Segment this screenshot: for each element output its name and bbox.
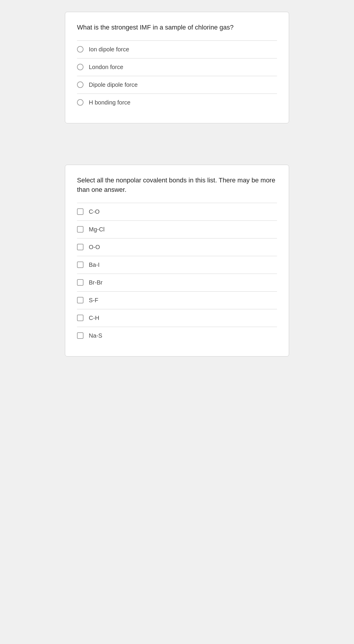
checkbox-q2-4[interactable] (77, 261, 83, 268)
option-label-q1-4: H bonding force (89, 99, 130, 106)
option-label-q2-1: C-O (89, 208, 100, 215)
checkbox-q2-2[interactable] (77, 226, 83, 233)
checkbox-q2-1[interactable] (77, 208, 83, 215)
option-row-q2-4[interactable]: Ba-I (77, 256, 277, 274)
checkbox-q2-7[interactable] (77, 315, 83, 321)
option-row-q2-7[interactable]: C-H (77, 309, 277, 327)
option-label-q2-3: O-O (89, 244, 100, 251)
checkbox-q2-8[interactable] (77, 332, 83, 339)
option-label-q2-5: Br-Br (89, 279, 103, 286)
option-label-q2-2: Mg-Cl (89, 226, 104, 233)
option-label-q2-6: S-F (89, 297, 98, 304)
question-card-1: What is the strongest IMF in a sample of… (65, 12, 289, 123)
checkbox-q2-5[interactable] (77, 279, 83, 286)
option-label-q1-3: Dipole dipole force (89, 81, 138, 88)
option-row-q2-6[interactable]: S-F (77, 292, 277, 309)
radio-q1-3[interactable] (77, 81, 83, 88)
option-row-q2-5[interactable]: Br-Br (77, 274, 277, 292)
radio-q1-2[interactable] (77, 64, 83, 70)
radio-q1-4[interactable] (77, 99, 83, 106)
option-label-q1-2: London force (89, 64, 123, 71)
option-label-q2-7: C-H (89, 315, 99, 321)
option-row-q2-8[interactable]: Na-S (77, 327, 277, 344)
option-label-q2-4: Ba-I (89, 261, 100, 268)
option-row-q2-1[interactable]: C-O (77, 203, 277, 221)
option-row-q1-4[interactable]: H bonding force (77, 94, 277, 111)
question-card-2: Select all the nonpolar covalent bonds i… (65, 165, 289, 357)
option-row-q1-1[interactable]: Ion dipole force (77, 41, 277, 58)
option-label-q1-1: Ion dipole force (89, 46, 129, 53)
checkbox-q2-6[interactable] (77, 297, 83, 303)
question-2-text: Select all the nonpolar covalent bonds i… (77, 176, 277, 194)
option-label-q2-8: Na-S (89, 332, 102, 339)
option-row-q2-2[interactable]: Mg-Cl (77, 221, 277, 238)
option-row-q2-3[interactable]: O-O (77, 238, 277, 256)
question-1-text: What is the strongest IMF in a sample of… (77, 23, 277, 32)
option-row-q1-3[interactable]: Dipole dipole force (77, 76, 277, 94)
option-row-q1-2[interactable]: London force (77, 58, 277, 76)
checkbox-q2-3[interactable] (77, 244, 83, 250)
radio-q1-1[interactable] (77, 46, 83, 53)
